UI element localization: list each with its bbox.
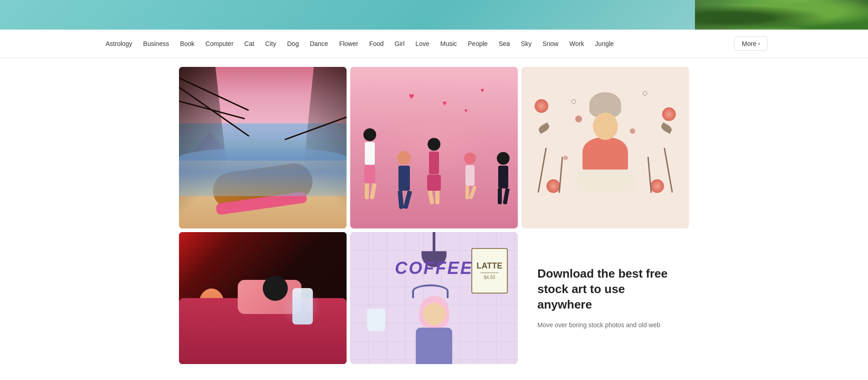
dancer-2 — [397, 151, 411, 209]
dancer-2-body — [398, 166, 410, 191]
dancer-4-leg-r — [469, 186, 477, 200]
coffee-title-text: COFFEE — [395, 258, 473, 278]
cta-description: Move over boring stock photos and old we… — [537, 320, 673, 330]
dancer-5-head — [497, 152, 510, 165]
leaf-1 — [537, 122, 551, 134]
nav-item-music[interactable]: Music — [435, 37, 463, 50]
dancer-3-body — [429, 152, 439, 174]
leaf-2 — [660, 122, 673, 134]
nav-item-work[interactable]: Work — [564, 37, 589, 50]
beach-card[interactable] — [179, 67, 347, 228]
dancer-2-head — [397, 151, 411, 165]
nav-item-sea[interactable]: Sea — [493, 37, 516, 50]
dancer-3-skirt — [427, 175, 441, 191]
stem-left-2 — [558, 157, 563, 193]
dancer-3-leg-l — [428, 190, 434, 204]
meditate-face — [593, 112, 618, 140]
meditate-torso — [582, 137, 628, 174]
dancer-5-legs — [498, 188, 508, 204]
coffee-char-face — [423, 303, 446, 325]
nav-item-love[interactable]: Love — [410, 37, 434, 50]
heart-2: ♥ — [442, 99, 447, 107]
dancer-1-leg-r — [370, 183, 377, 200]
more-label: More — [742, 40, 756, 47]
nav-item-dance[interactable]: Dance — [304, 37, 333, 50]
nav-bar: AstrologyBusinessBookComputerCatCityDogD… — [0, 30, 868, 58]
dancer-5 — [497, 152, 510, 204]
sleep-card[interactable] — [179, 232, 347, 364]
top-banner-image — [695, 0, 868, 30]
meditate-figure — [576, 92, 635, 203]
nav-item-girl[interactable]: Girl — [389, 37, 410, 50]
latte-sign-board: LATTE $4.50 — [471, 248, 508, 294]
cta-card: Download the best free stock art to use … — [521, 232, 689, 364]
dancer-3 — [427, 138, 441, 204]
falling-petal-3 — [563, 156, 568, 160]
dancer-3-legs — [429, 191, 439, 204]
dancer-4-legs — [465, 186, 475, 199]
dancer-2-leg-r — [403, 191, 412, 209]
dancer-1-head — [363, 128, 376, 141]
meditate-card[interactable] — [521, 67, 689, 228]
nav-item-sky[interactable]: Sky — [516, 37, 537, 50]
nav-items: AstrologyBusinessBookComputerCatCityDogD… — [100, 37, 734, 50]
nav-item-computer[interactable]: Computer — [200, 37, 239, 50]
dancer-1-body — [365, 142, 375, 165]
nav-item-jungle[interactable]: Jungle — [590, 37, 619, 50]
stem-left — [537, 147, 546, 193]
dancer-4-body — [465, 165, 475, 186]
dancer-1-legs — [365, 183, 375, 199]
nav-item-people[interactable]: People — [462, 37, 493, 50]
dancer-4-head — [464, 152, 476, 164]
image-grid: ♥ ♥ ♥ ♥ — [179, 58, 689, 373]
dancer-3-leg-r — [435, 191, 439, 204]
coffee-card[interactable]: COFFEE LATTE $4.50 — [350, 232, 518, 364]
nav-item-flower[interactable]: Flower — [334, 37, 364, 50]
heart-3: ♥ — [480, 86, 484, 94]
dot-circle-2 — [643, 91, 647, 96]
heart-1: ♥ — [409, 91, 414, 101]
sleep-head — [263, 276, 288, 301]
dancer-1 — [363, 128, 376, 199]
nav-item-cat[interactable]: Cat — [239, 37, 260, 50]
dancer-4-leg-l — [465, 186, 469, 199]
rose-bottom-right — [650, 179, 664, 193]
nav-item-food[interactable]: Food — [364, 37, 389, 50]
coffee-cup — [367, 309, 385, 331]
dance-card[interactable]: ♥ ♥ ♥ ♥ — [350, 67, 518, 228]
dancer-2-leg-l — [398, 191, 403, 209]
latte-sign-price: $4.50 — [484, 275, 495, 280]
nav-item-book[interactable]: Book — [174, 37, 200, 50]
coffee-char-hair — [419, 296, 449, 328]
nav-item-dog[interactable]: Dog — [281, 37, 304, 50]
nav-item-business[interactable]: Business — [138, 37, 174, 50]
main-content: ♥ ♥ ♥ ♥ — [170, 58, 698, 373]
meditate-legs — [576, 169, 635, 192]
coffee-headphones — [412, 284, 449, 298]
nav-item-snow[interactable]: Snow — [537, 37, 564, 50]
rose-top-right — [662, 107, 676, 121]
dancer-3-head — [428, 138, 440, 151]
dancer-1-skirt — [364, 165, 375, 183]
dancer-1-leg-l — [365, 183, 369, 199]
coffee-character — [416, 296, 452, 364]
latte-sign-divider — [480, 273, 499, 273]
dancer-5-leg-r — [503, 188, 510, 204]
heart-4: ♥ — [464, 107, 467, 114]
latte-sign-text: LATTE — [477, 261, 503, 271]
dancer-5-body — [498, 166, 508, 188]
nav-item-astrology[interactable]: Astrology — [100, 37, 138, 50]
stem-right-2 — [648, 157, 652, 193]
more-button[interactable]: More › — [734, 36, 768, 51]
top-banner — [0, 0, 868, 30]
chevron-right-icon: › — [758, 41, 760, 47]
dancer-4 — [464, 152, 476, 199]
cta-title: Download the best free stock art to use … — [537, 266, 673, 312]
coffee-char-body — [416, 328, 452, 364]
rose-top-left — [535, 99, 548, 113]
rose-bottom-left — [546, 179, 560, 193]
dancer-5-leg-l — [498, 188, 502, 204]
dancer-2-legs — [398, 191, 410, 209]
stem-right — [664, 147, 673, 193]
nav-item-city[interactable]: City — [260, 37, 281, 50]
